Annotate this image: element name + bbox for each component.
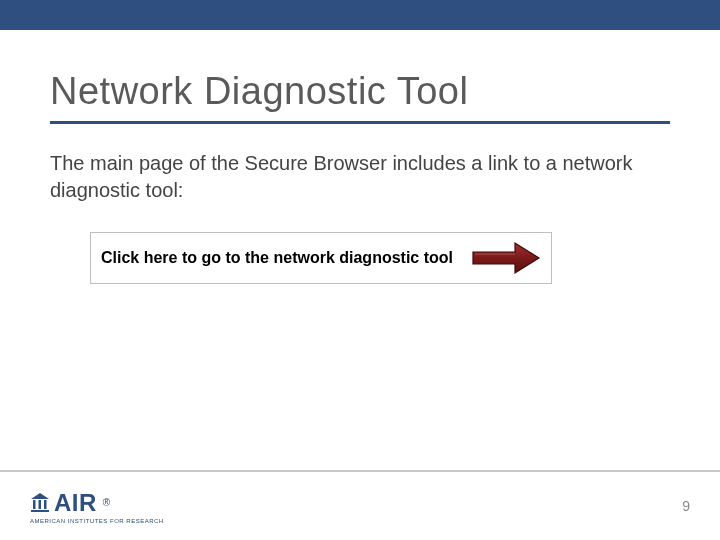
svg-rect-1 (33, 500, 36, 509)
logo-registered: ® (103, 497, 110, 508)
page-title: Network Diagnostic Tool (50, 70, 670, 124)
logo-subtitle: AMERICAN INSTITUTES FOR RESEARCH (30, 518, 164, 524)
intro-text: The main page of the Secure Browser incl… (50, 150, 670, 204)
logo-column-icon (30, 493, 50, 513)
footer: AIR ® AMERICAN INSTITUTES FOR RESEARCH 9 (0, 470, 720, 540)
logo: AIR ® AMERICAN INSTITUTES FOR RESEARCH (30, 489, 164, 524)
svg-rect-0 (31, 510, 49, 512)
diagnostic-link-text: Click here to go to the network diagnost… (101, 249, 453, 267)
svg-rect-3 (44, 500, 47, 509)
top-accent-bar (0, 0, 720, 30)
svg-rect-2 (39, 500, 42, 509)
logo-text: AIR (54, 489, 97, 517)
slide: Network Diagnostic Tool The main page of… (0, 0, 720, 540)
content-area: Network Diagnostic Tool The main page of… (0, 30, 720, 470)
arrow-right-icon (471, 241, 541, 275)
page-number: 9 (682, 498, 690, 514)
svg-marker-4 (31, 493, 49, 499)
diagnostic-link-box[interactable]: Click here to go to the network diagnost… (90, 232, 552, 284)
